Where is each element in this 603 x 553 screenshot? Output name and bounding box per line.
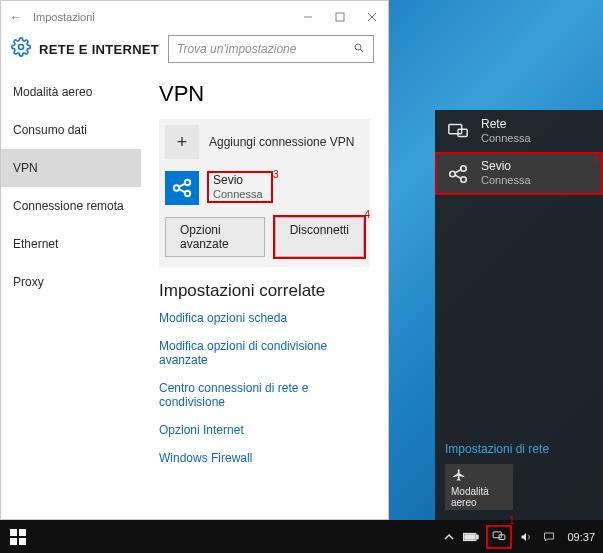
vpn-flyout-icon [445, 161, 471, 187]
vpn-connection-row[interactable]: Sevio Connessa 3 [159, 165, 370, 209]
network-name: Rete [481, 118, 531, 132]
svg-point-4 [19, 45, 24, 50]
related-heading: Impostazioni correlate [159, 281, 370, 301]
annotation-2: 2 [593, 154, 599, 165]
sidebar-item-vpn[interactable]: VPN [1, 149, 141, 187]
window-title: Impostazioni [33, 11, 95, 23]
search-icon [353, 42, 365, 57]
link-adapter-options[interactable]: Modifica opzioni scheda [159, 311, 370, 325]
minimize-button[interactable] [292, 1, 324, 33]
vpn-list: + Aggiungi connessione VPN Sevio C [159, 119, 370, 267]
svg-line-10 [179, 184, 185, 187]
sidebar-item-dialup[interactable]: Connessione remota [1, 187, 141, 225]
add-vpn-row[interactable]: + Aggiungi connessione VPN [159, 119, 370, 165]
network-item-vpn[interactable]: Sevio Connessa 2 [435, 152, 603, 194]
sidebar-item-airplane[interactable]: Modalità aereo [1, 73, 141, 111]
ethernet-icon [445, 118, 471, 144]
annotation-3: 3 [273, 169, 279, 181]
tile-label-line1: Modalità [451, 486, 489, 497]
link-network-center[interactable]: Centro connessioni di rete e condivision… [159, 381, 370, 409]
start-button[interactable] [10, 529, 26, 545]
sidebar-item-datausage[interactable]: Consumo dati [1, 111, 141, 149]
svg-rect-1 [336, 13, 344, 21]
related-links: Modifica opzioni scheda Modifica opzioni… [159, 311, 370, 465]
content-pane: VPN + Aggiungi connessione VPN [141, 73, 388, 519]
svg-line-6 [360, 49, 363, 52]
svg-point-14 [450, 171, 456, 177]
svg-rect-21 [10, 538, 17, 545]
svg-rect-25 [465, 534, 475, 538]
svg-rect-19 [10, 529, 17, 536]
sidebar-item-proxy[interactable]: Proxy [1, 263, 141, 301]
network-settings-link[interactable]: Impostazioni di rete [445, 442, 593, 456]
svg-point-5 [355, 44, 361, 50]
maximize-button[interactable] [324, 1, 356, 33]
sidebar: Modalità aereo Consumo dati VPN Connessi… [1, 73, 141, 519]
network-tray-button[interactable]: 1 [488, 527, 510, 547]
search-input[interactable]: Trova un'impostazione [168, 35, 374, 63]
annotation-1: 1 [509, 515, 515, 526]
tray-overflow-icon[interactable] [444, 532, 454, 542]
close-button[interactable] [356, 1, 388, 33]
disconnect-button[interactable]: Disconnetti [275, 217, 364, 257]
window-controls [292, 1, 388, 33]
gear-icon [11, 37, 31, 61]
vpn-actions: Opzioni avanzate Disconnetti 4 [159, 209, 370, 267]
taskbar: 1 09:37 [0, 520, 603, 553]
settings-window: ← Impostazioni [0, 0, 389, 520]
vpn-icon [165, 171, 199, 205]
svg-rect-27 [499, 534, 505, 539]
annotation-4: 4 [364, 209, 370, 220]
network-status: Connessa [481, 174, 531, 187]
link-sharing-options[interactable]: Modifica opzioni di condivisione avanzat… [159, 339, 370, 367]
vpn-name: Sevio [213, 174, 263, 188]
svg-rect-13 [458, 129, 467, 136]
network-name: Sevio [481, 160, 531, 174]
svg-point-16 [461, 176, 467, 182]
network-flyout: Rete Connessa Sevio Connessa 2 [435, 110, 603, 520]
advanced-options-button[interactable]: Opzioni avanzate [165, 217, 265, 257]
svg-rect-24 [477, 535, 479, 539]
vpn-heading: VPN [159, 81, 370, 107]
add-vpn-label: Aggiungi connessione VPN [209, 135, 354, 149]
airplane-mode-tile[interactable]: Modalità aereo [445, 464, 513, 510]
vpn-name-box: Sevio Connessa 3 [207, 171, 273, 203]
plus-icon: + [165, 125, 199, 159]
link-windows-firewall[interactable]: Windows Firewall [159, 451, 370, 465]
volume-icon[interactable] [519, 531, 533, 543]
action-center-icon[interactable] [542, 531, 556, 543]
network-status: Connessa [481, 132, 531, 145]
svg-line-17 [455, 169, 461, 172]
system-tray: 1 09:37 [444, 527, 597, 547]
battery-icon[interactable] [463, 532, 479, 542]
svg-line-18 [455, 175, 461, 178]
vpn-status: Connessa [213, 188, 263, 201]
page-title: RETE E INTERNET [39, 42, 159, 57]
network-item-ethernet[interactable]: Rete Connessa [435, 110, 603, 152]
svg-line-11 [179, 189, 185, 192]
svg-rect-20 [19, 529, 26, 536]
search-placeholder: Trova un'impostazione [177, 42, 296, 56]
airplane-icon [451, 468, 467, 484]
back-button[interactable]: ← [9, 9, 23, 25]
tile-label-line2: aereo [451, 497, 477, 508]
svg-point-15 [461, 165, 467, 171]
svg-rect-22 [19, 538, 26, 545]
clock[interactable]: 09:37 [567, 531, 595, 543]
window-titlebar: ← Impostazioni [1, 1, 388, 33]
sidebar-item-ethernet[interactable]: Ethernet [1, 225, 141, 263]
link-internet-options[interactable]: Opzioni Internet [159, 423, 370, 437]
